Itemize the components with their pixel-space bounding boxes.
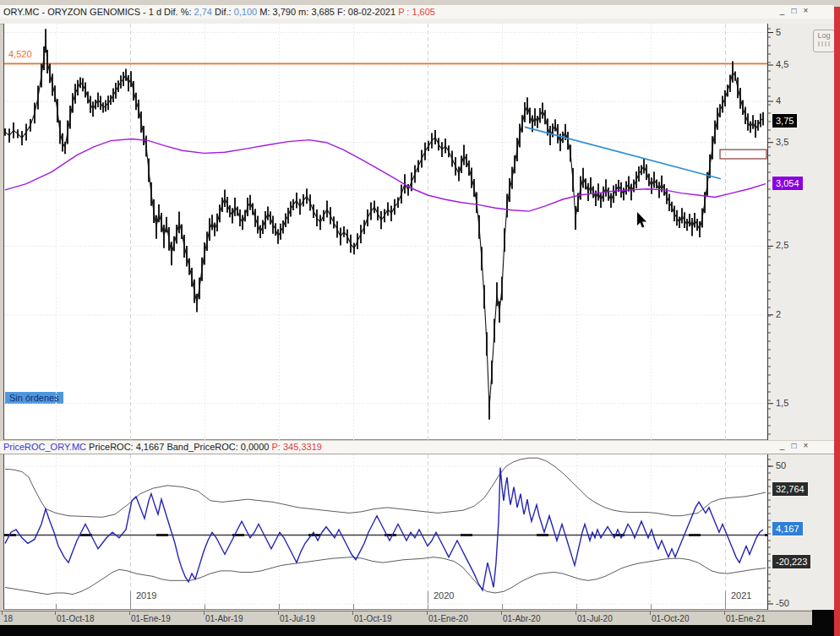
log-scale-button-label: Log [817, 31, 830, 40]
y-axis-label: 1,5 [776, 398, 788, 408]
y-axis-label: 3,5 [776, 137, 788, 147]
time-axis-tick [2, 612, 3, 615]
year-label: 2019 [136, 590, 156, 601]
indicator-marker-badge: 32,764 [772, 482, 808, 496]
range-box[interactable] [720, 149, 766, 159]
y-axis-label: 2,5 [776, 240, 788, 250]
time-axis-tick [501, 612, 502, 615]
y-axis-label: 4 [776, 95, 781, 106]
time-axis-label: 18 [3, 614, 13, 623]
indicator-title-bar: PriceROC_ORY.MC PriceROC: 4,1667 Band_Pr… [0, 441, 834, 454]
upper-band-line [5, 458, 766, 517]
indicator-axis[interactable]: 50-5032,7644,167-20,223 [767, 454, 834, 610]
time-axis-tick [724, 612, 725, 615]
y-axis-label: 4,5 [776, 59, 788, 69]
log-scale-button[interactable]: Log [813, 30, 835, 52]
title-segment: 2,74 [194, 7, 212, 17]
price-series-bars [5, 29, 763, 420]
time-axis-tick [129, 612, 130, 615]
indicator-marker-badge: 4,167 [772, 522, 803, 535]
log-scale-icon [818, 41, 830, 46]
price-marker-badge: 3,054 [772, 177, 803, 190]
corner-black-box [812, 610, 834, 625]
year-label: 2020 [434, 590, 454, 601]
time-axis-label: 01-Oct-20 [652, 614, 689, 623]
close-icon[interactable]: × [801, 6, 810, 17]
title-segment: P: 345,3319 [272, 442, 322, 452]
y-axis-label: -50 [776, 598, 789, 608]
bottom-black-bar [0, 625, 840, 636]
title-segment: M: 3,790 m: 3,685 F: 08-02-2021 [257, 7, 398, 17]
restore-icon[interactable]: □ [789, 6, 799, 17]
mouse-cursor [637, 212, 646, 228]
title-segment: P : 1,605 [398, 7, 435, 17]
time-axis-label: 01-Abr-20 [503, 614, 540, 623]
time-axis-label: 01-Jul-20 [577, 614, 613, 623]
time-axis-tick [278, 612, 279, 615]
title-segment: PriceROC: 4,1667 Band_PriceROC: 0,0000 [86, 442, 272, 452]
minimize-icon[interactable]: _ [777, 441, 787, 452]
main-price-axis[interactable]: Log 54,543,52,521,53,753,054 [767, 24, 834, 440]
indicator-canvas [4, 454, 768, 610]
time-axis-label: 01-Jul-19 [280, 614, 315, 623]
minimize-icon[interactable]: _ [777, 6, 787, 17]
time-axis-label: 01-Abr-19 [205, 614, 243, 623]
main-chart-title-bar: ORY.MC - ORYZON GENOMICS - 1 d Dif. %: 2… [0, 5, 834, 19]
trading-app-window: ORY.MC - ORYZON GENOMICS - 1 d Dif. %: 2… [0, 0, 840, 636]
time-axis-tick [575, 612, 576, 615]
time-axis-label: 01-Oct-18 [57, 614, 94, 623]
priceroc-line [5, 468, 763, 590]
restore-icon[interactable]: □ [789, 441, 799, 452]
time-axis-label: 01-Ene-19 [131, 614, 171, 623]
title-segment: 0,100 [234, 7, 258, 17]
price-series-line [5, 41, 763, 408]
year-label: 2021 [731, 590, 751, 601]
time-axis-tick [55, 612, 56, 615]
close-icon[interactable]: × [801, 441, 810, 452]
y-axis-label: 2 [776, 309, 781, 319]
y-axis-label: 50 [776, 460, 786, 470]
trendline[interactable] [525, 127, 721, 178]
right-red-strip [834, 7, 840, 636]
indicator-title: PriceROC_ORY.MC PriceROC: 4,1667 Band_Pr… [0, 442, 322, 452]
title-segment: Dif.: [212, 7, 234, 17]
price-marker-badge: 3,75 [772, 114, 797, 128]
indicator-marker-badge: -20,223 [772, 555, 810, 568]
title-segment: Dif. %: [161, 7, 194, 17]
time-axis-label: 01-Oct-19 [354, 614, 391, 623]
indicator-window-controls: _□× [777, 441, 810, 452]
main-window-controls: _□× [777, 6, 810, 17]
time-axis-tick [352, 612, 353, 615]
main-price-chart[interactable]: 4,520 Sin órdenes [3, 24, 767, 440]
time-axis-row: H 1801-Oct-1801-Ene-1901-Abr-1901-Jul-19… [0, 611, 834, 626]
title-segment: ORY.MC - ORYZON GENOMICS - 1 d [3, 7, 161, 17]
y-axis-label: 5 [776, 27, 781, 37]
main-chart-title: ORY.MC - ORYZON GENOMICS - 1 d Dif. %: 2… [0, 7, 435, 17]
main-chart-canvas [4, 24, 768, 440]
title-segment: PriceROC_ORY.MC [3, 442, 86, 452]
time-axis-tick [427, 612, 428, 615]
time-axis-tick [204, 612, 205, 615]
time-axis-label: 01-Ene-21 [726, 614, 766, 623]
indicator-chart[interactable]: 201920202021 [3, 454, 767, 610]
time-axis-label: 01-Ene-20 [428, 614, 468, 623]
time-axis-tick [650, 612, 651, 615]
